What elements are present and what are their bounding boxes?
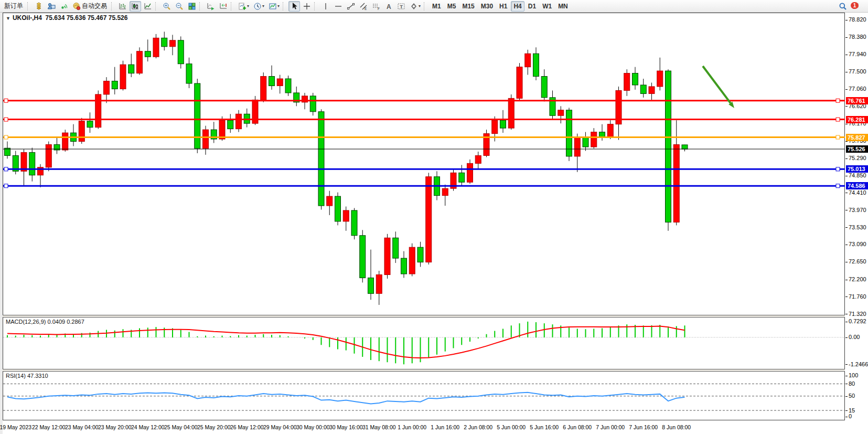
time-axis-label: 24 May 12:00 [131,424,165,430]
trend-arrow[interactable] [703,66,731,103]
line-chart-mode-button[interactable] [142,1,154,12]
axis-tick: 74.410 [845,189,866,196]
periods-icon [253,2,262,10]
line-handle[interactable] [836,135,840,139]
candlestick-chart [3,13,845,315]
vline-icon [322,2,330,10]
line-handle[interactable] [4,135,8,139]
vertical-line-button[interactable] [320,1,331,12]
axis-tick: 77.060 [845,86,866,92]
zoom-out-button[interactable] [174,1,185,12]
timeframe-h1-button-label: H1 [498,3,508,10]
toolbar-separator [231,2,235,10]
rsi-pane[interactable] [3,372,845,420]
hline-icon [334,2,342,10]
fibonacci-button[interactable]: F [370,1,382,12]
bar-chart-mode-button[interactable] [117,1,128,12]
chart-shift-button[interactable] [218,1,229,12]
line-handle[interactable] [4,118,8,121]
search-button[interactable] [837,1,849,12]
line-handle[interactable] [836,99,840,102]
chevron-down-icon[interactable]: ▾ [277,4,280,8]
timeframe-w1-button[interactable]: W1 [540,1,554,12]
axis-tick: 0.00 [845,334,860,341]
line-handle[interactable] [4,184,8,188]
timeframe-h4-button[interactable]: H4 [511,1,524,12]
horizontal-line-button[interactable] [333,1,344,12]
chart-dropdown-icon[interactable]: ▼ [6,16,10,21]
chart-ohlc-values: 75.634 75.636 75.467 75.526 [46,14,128,22]
price-pane[interactable] [3,13,845,315]
periods-button[interactable]: ▾ [252,1,266,12]
timeframe-d1-button[interactable]: D1 [526,1,539,12]
crosshair-icon [303,2,311,10]
tile-windows-button[interactable] [186,1,198,12]
axis-tick: 77.940 [845,51,866,58]
axis-tick: 78.820 [845,16,866,23]
chevron-down-icon[interactable]: ▾ [419,4,421,8]
time-axis-label: 25 May 04:00 [164,424,198,430]
timeframe-d1-button-label: D1 [527,3,537,10]
time-axis-label: 5 Jun 16:00 [530,424,559,430]
zoom-in-button[interactable] [161,1,173,12]
price-axis[interactable]: 78.82078.38077.94077.50077.06076.62076.1… [845,13,868,420]
timeframe-mn-button[interactable]: MN [555,1,571,12]
macd-pane[interactable] [3,317,845,369]
axis-tick: 71.320 [845,311,866,317]
line-handle[interactable] [4,167,8,171]
cursor-button[interactable] [288,1,300,12]
macd-chart [3,317,845,369]
indicators-button[interactable]: ▾ [237,1,251,12]
timeframe-m30-button[interactable]: M30 [478,1,496,12]
price-tag-74.586: 74.586 [846,182,868,189]
axis-tick: 72.200 [845,276,866,283]
time-axis-label: 5 Jun 00:00 [497,424,526,430]
timeframe-m5-button[interactable]: M5 [445,1,459,12]
signals-button[interactable] [58,1,70,12]
time-axis[interactable]: 19 May 202322 May 12:0023 May 04:0023 Ma… [3,421,845,434]
equidistant-channel-button[interactable]: E [358,1,369,12]
timeframe-h1-button[interactable]: H1 [497,1,510,12]
navigator-button[interactable] [46,1,57,12]
time-axis-label: 30 May 00:00 [296,424,330,430]
line-handle[interactable] [836,118,840,121]
time-axis-label: 30 May 16:00 [329,424,363,430]
auto-scroll-button[interactable] [205,1,217,12]
text-button[interactable]: A [383,1,394,12]
arrows-button[interactable]: ▾ [408,1,422,12]
crosshair-button[interactable] [301,1,313,12]
trendline-button[interactable] [345,1,357,12]
chevron-down-icon[interactable]: ▾ [262,4,264,8]
templates-button[interactable]: ▾ [267,1,281,12]
time-axis-label: 1 Jun 16:00 [431,424,459,430]
line-handle[interactable] [836,167,840,171]
axis-tick: 0.7292 [845,318,866,325]
notifications-button[interactable]: 1 [850,1,864,12]
time-axis-label: 22 May 12:00 [32,424,66,430]
auto-trading-button-label: 自动交易 [81,2,108,10]
mt4-terminal: 新订单自动交易▾▾▾EFAT▾M1M5M15M30H1H4D1W1MN 1 ▼U… [0,0,868,434]
text-label-button[interactable]: T [395,1,407,12]
toolbar-separator [27,2,31,10]
toolbar-separator [199,2,203,10]
auto-trading-button[interactable]: 自动交易 [71,1,110,12]
new-order-button[interactable]: 新订单 [2,1,26,12]
toolbar-separator [283,2,287,10]
axis-tick: 78.380 [845,34,866,40]
chevron-down-icon[interactable]: ▾ [247,4,249,8]
line-handle[interactable] [836,184,840,188]
price-tag-76.761: 76.761 [846,97,868,104]
line-handle[interactable] [4,99,8,102]
shapes-icon [410,2,418,10]
timeframe-m1-button[interactable]: M1 [430,1,444,12]
timeframe-m15-button[interactable]: M15 [459,1,477,12]
toolbar-separator [155,2,159,10]
candlestick-mode-button[interactable] [130,1,141,12]
time-axis-label: 8 Jun 08:00 [662,424,691,430]
axis-tick: 77.500 [845,68,866,75]
auto-scroll-icon [207,2,215,10]
axis-tick: 73.530 [845,224,866,231]
time-axis-label: 31 May 08:00 [362,424,396,430]
market-watch-button[interactable] [33,1,45,12]
time-axis-label: 26 May 12:00 [230,424,264,430]
